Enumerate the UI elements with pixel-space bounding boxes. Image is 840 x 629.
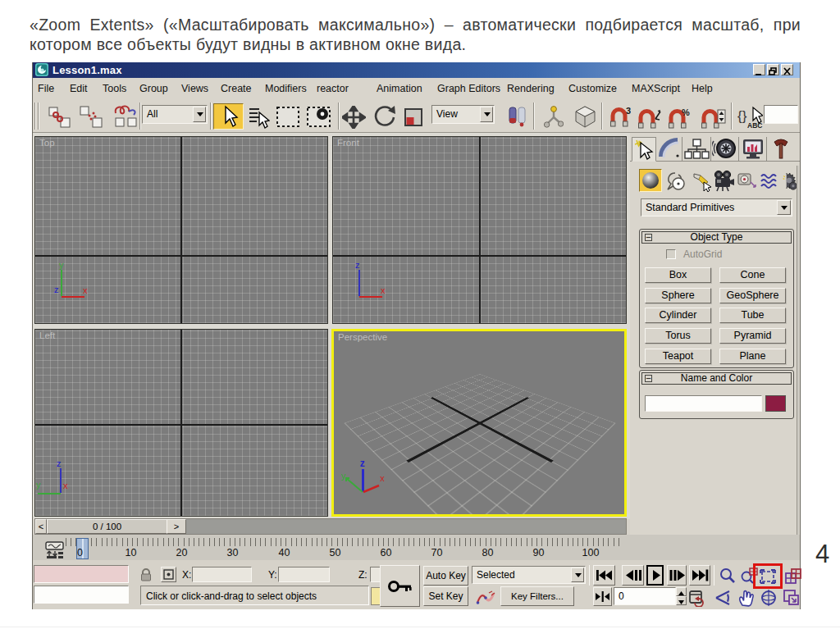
svg-text:x: x <box>83 285 88 295</box>
svg-text:y: y <box>36 480 41 490</box>
svg-text:%: % <box>682 107 690 117</box>
svg-text:z: z <box>54 285 59 294</box>
svg-text:3: 3 <box>626 106 631 116</box>
svg-text:z: z <box>57 458 62 468</box>
svg-text:x: x <box>380 473 385 483</box>
svg-text:{}: {} <box>737 108 747 124</box>
svg-text:z: z <box>360 458 365 469</box>
svg-text:z: z <box>355 260 360 270</box>
svg-text:y: y <box>59 260 64 270</box>
svg-text:x: x <box>63 481 68 490</box>
svg-text:x: x <box>381 285 386 295</box>
